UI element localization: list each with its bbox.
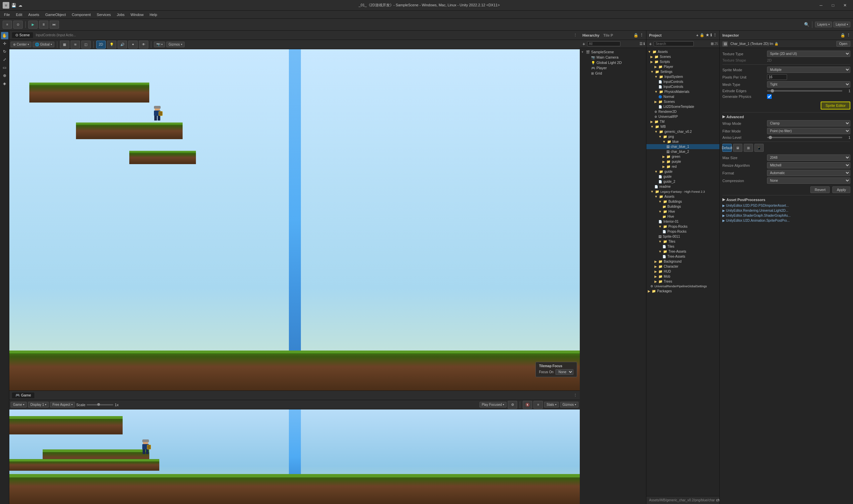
center-dropdown[interactable]: ⊛Center xyxy=(11,42,31,47)
proj-tm[interactable]: ▶📁TM xyxy=(646,119,719,124)
proj-tree-assets-folder[interactable]: ▼📁Tree-Assets xyxy=(646,249,719,254)
proj-hud[interactable]: ▶📁HUD xyxy=(646,269,719,274)
scene-audio-btn[interactable]: 🔊 xyxy=(118,41,127,49)
proj-renderer2d[interactable]: ⚙Renderer2D xyxy=(646,109,719,114)
asset-postproc-section[interactable]: ▶ Asset PostProcessors xyxy=(723,197,850,202)
menu-gameobject[interactable]: GameObject xyxy=(43,12,69,17)
mute-btn[interactable]: 🔇 xyxy=(523,401,532,409)
platform-default-btn[interactable]: Default xyxy=(723,144,732,152)
proj-wb[interactable]: ▼📁WB xyxy=(646,124,719,129)
tab-scene[interactable]: ⊙ Scene xyxy=(12,32,33,38)
focus-dropdown[interactable]: None xyxy=(555,369,573,375)
scene-camera-dropdown[interactable]: 📷 xyxy=(154,42,165,47)
proj-purple[interactable]: ▶📁purple xyxy=(646,159,719,164)
apply-button[interactable]: Apply xyxy=(832,186,850,193)
postproc-shadergraph[interactable]: ▶ UnityEditor.ShaderGraph.ShaderGraphAs.… xyxy=(723,213,850,218)
scene-gizmos-dropdown[interactable]: Gizmos xyxy=(166,42,185,47)
gizmos-btn[interactable]: Gizmos xyxy=(560,402,578,408)
max-size-dropdown[interactable]: 2048 xyxy=(767,155,850,161)
compression-dropdown[interactable]: None xyxy=(767,177,850,184)
project-view-btn[interactable]: ⊞ xyxy=(711,42,714,46)
generate-physics-checkbox[interactable] xyxy=(767,94,772,99)
menu-file[interactable]: File xyxy=(1,12,13,17)
proj-lf-assets[interactable]: ▼📁Assets xyxy=(646,194,719,199)
tool-move[interactable]: ✛ xyxy=(1,40,8,47)
proj-hive-sub[interactable]: 📁Hive xyxy=(646,214,719,219)
tab-game[interactable]: 🎮 Game xyxy=(12,393,34,398)
proj-char-blue-2[interactable]: 🖼char_blue_2 xyxy=(646,149,719,154)
proj-inputcontrols-1[interactable]: 📄InputControls xyxy=(646,79,719,84)
proj-props-rocks-file[interactable]: 📄Props-Rocks xyxy=(646,229,719,234)
hier-item-main-camera[interactable]: 📷 Main Camera xyxy=(580,55,646,60)
proj-blue[interactable]: ▼📁blue xyxy=(646,139,719,144)
hierarchy-icon-2[interactable]: ℹ xyxy=(643,42,645,46)
game-viewport[interactable] xyxy=(9,410,580,504)
proj-props-rocks-folder[interactable]: ▼📁Props-Rocks xyxy=(646,224,719,229)
proj-scenes[interactable]: ▶📁Scenes xyxy=(646,54,719,59)
proj-character[interactable]: ▶📁Character xyxy=(646,264,719,269)
menu-edit[interactable]: Edit xyxy=(13,12,25,17)
proj-packages[interactable]: ▶📁Packages xyxy=(646,289,719,294)
hierarchy-search[interactable] xyxy=(587,41,621,46)
proj-guide[interactable]: ▼📁guide xyxy=(646,169,719,174)
hier-item-global-light[interactable]: 💡 Global Light 2D xyxy=(580,60,646,65)
scene-display-btn[interactable]: ◫ xyxy=(81,41,91,49)
scene-light-btn[interactable]: 💡 xyxy=(107,41,116,49)
mesh-type-dropdown[interactable]: Tight xyxy=(767,81,850,88)
inspector-lock-icon[interactable]: 🔒 xyxy=(840,33,845,38)
proj-buildings-sub[interactable]: 📁Buildings xyxy=(646,204,719,209)
stats-layout-btn[interactable]: ≡ xyxy=(534,401,543,409)
proj-legacy-fantasy[interactable]: ▼📁Legacy-Fantasy - High Forest 2.3 xyxy=(646,189,719,194)
minimize-button[interactable]: ─ xyxy=(816,2,826,8)
scene-more-btn[interactable]: ⋮ xyxy=(573,33,577,37)
project-search[interactable] xyxy=(654,41,694,46)
toolbar-icon-1[interactable]: ≡ xyxy=(3,21,12,29)
aniso-level-slider[interactable] xyxy=(767,137,842,138)
proj-settings[interactable]: ▼📁Settings xyxy=(646,69,719,74)
open-button[interactable]: Open xyxy=(836,41,850,47)
platform-grid-btn[interactable]: ⊞ xyxy=(744,144,753,152)
advanced-section[interactable]: ▶ Advanced xyxy=(723,114,850,119)
tool-rotate[interactable]: ↻ xyxy=(1,48,8,55)
scene-view-btn[interactable]: ▦ xyxy=(60,41,69,49)
proj-scripts[interactable]: ▶📁Scripts xyxy=(646,59,719,64)
tool-custom[interactable]: ◈ xyxy=(1,80,8,87)
proj-generic-char[interactable]: ▼📁generic_char_v0.2 xyxy=(646,129,719,134)
proj-guide-file[interactable]: 📄guide xyxy=(646,174,719,179)
proj-sprite-0011[interactable]: 🖼Sprite-0011 xyxy=(646,234,719,239)
hierarchy-lock-icon[interactable]: 🔒 xyxy=(633,33,639,38)
pixels-per-unit-input[interactable] xyxy=(767,74,787,80)
scene-viewport[interactable]: Tilemap Focus Focus On None xyxy=(9,49,580,391)
resize-algo-dropdown[interactable]: Mitchell xyxy=(767,162,850,168)
sprite-mode-dropdown[interactable]: Multiple xyxy=(767,67,850,73)
menu-jobs[interactable]: Jobs xyxy=(114,12,127,17)
inspector-more[interactable]: ⋮ xyxy=(847,33,850,37)
proj-normal[interactable]: 🔵Normal xyxy=(646,94,719,99)
quick-save-icon[interactable]: 💾 xyxy=(11,3,16,8)
proj-tiles-file[interactable]: 📄Tiles xyxy=(646,244,719,249)
proj-hive-folder[interactable]: ▼📁Hive xyxy=(646,209,719,214)
proj-physicsmaterials[interactable]: ▼📁PhysicsMaterials xyxy=(646,89,719,94)
menu-window[interactable]: Window xyxy=(128,12,146,17)
scale-slider[interactable] xyxy=(87,404,113,406)
proj-tiles-folder[interactable]: ▼📁Tiles xyxy=(646,239,719,244)
proj-interior-01[interactable]: 📄Interior-01 xyxy=(646,219,719,224)
display-dropdown[interactable]: Display 1 xyxy=(28,402,49,408)
sprite-editor-button[interactable]: Sprite Editor xyxy=(821,102,850,109)
project-more[interactable]: ⋮ xyxy=(713,33,717,37)
texture-type-dropdown[interactable]: Sprite (2D and UI) xyxy=(767,51,850,57)
platform-phone-btn[interactable]: 📱 xyxy=(754,144,764,152)
proj-buildings-folder[interactable]: ▼📁Buildings xyxy=(646,199,719,204)
cloud-icon[interactable]: ☁ xyxy=(18,3,22,8)
play-button[interactable]: ▶ xyxy=(28,21,38,29)
project-icon-1[interactable]: ★ xyxy=(706,33,709,37)
menu-assets[interactable]: Assets xyxy=(25,12,42,17)
proj-guide-2[interactable]: 📄guide_2 xyxy=(646,179,719,184)
proj-urp-global[interactable]: ⚙UniversalRenderPipelineGlobalSettings xyxy=(646,284,719,289)
proj-trees[interactable]: ▶📁Trees xyxy=(646,279,719,284)
stats-btn[interactable]: Stats xyxy=(544,402,559,408)
filter-mode-dropdown[interactable]: Point (no filter) xyxy=(767,128,850,134)
toolbar-icon-2[interactable]: ⊙ xyxy=(13,21,23,29)
maximize-button[interactable]: □ xyxy=(828,2,838,8)
tool-scale[interactable]: ⤢ xyxy=(1,56,8,63)
